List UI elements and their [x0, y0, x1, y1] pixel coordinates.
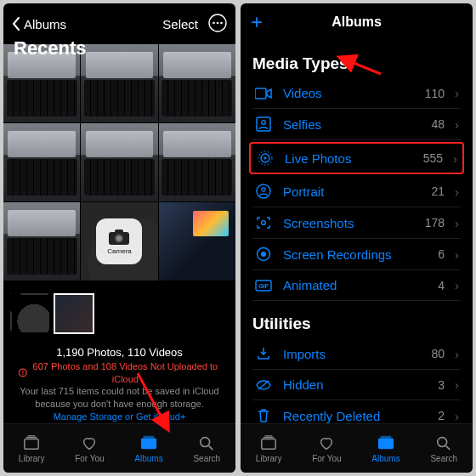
svg-point-20 — [264, 156, 266, 159]
svg-rect-30 — [381, 435, 392, 438]
portrait-icon — [254, 184, 273, 199]
chevron-left-icon — [12, 17, 20, 31]
row-selfies[interactable]: Selfies 48 › — [252, 109, 461, 140]
icloud-warning: 607 Photos and 108 Videos Not Uploaded t… — [3, 360, 235, 423]
alert-icon — [19, 368, 27, 377]
library-icon — [259, 434, 278, 451]
svg-rect-28 — [262, 439, 275, 449]
back-button[interactable]: Albums — [12, 17, 66, 31]
chevron-right-icon: › — [455, 409, 459, 423]
albums-list[interactable]: Media Types Videos 110 › Selfies 48 › Li… — [241, 41, 473, 423]
chevron-right-icon: › — [455, 278, 459, 292]
scrubber-thumb-selected[interactable] — [54, 293, 94, 334]
row-imports[interactable]: Imports 80 › — [252, 338, 461, 370]
row-hidden[interactable]: Hidden 3 › — [252, 370, 461, 400]
more-button[interactable] — [208, 14, 227, 35]
svg-rect-12 — [141, 438, 156, 449]
svg-rect-13 — [144, 435, 155, 438]
add-album-button[interactable]: + — [251, 12, 263, 32]
chevron-right-icon: › — [455, 247, 459, 262]
photo-thumb[interactable] — [159, 202, 235, 280]
scrubber-thumb[interactable] — [10, 293, 51, 334]
foryou-icon — [317, 434, 336, 451]
row-videos[interactable]: Videos 110 › — [252, 78, 461, 109]
photo-grid[interactable]: Camera — [3, 44, 235, 290]
svg-point-17 — [262, 121, 266, 125]
tab-search[interactable]: Search — [193, 434, 220, 463]
library-stats: 1,190 Photos, 110 Videos — [3, 341, 235, 360]
scrubber[interactable] — [3, 290, 235, 341]
tab-bar: Library For You Albums Search — [3, 423, 235, 473]
tab-library[interactable]: Library — [19, 434, 45, 463]
section-header-media: Media Types — [252, 54, 461, 73]
chevron-right-icon: › — [455, 86, 459, 100]
screen-recents: Albums Select Recents Camera 1,190 Photo… — [3, 3, 235, 473]
tab-albums[interactable]: Albums — [134, 434, 162, 463]
tab-search[interactable]: Search — [430, 434, 457, 463]
row-screen-recordings[interactable]: Screen Recordings 6 › — [252, 239, 461, 270]
manage-storage-link[interactable]: Manage Storage or Get iCloud+ — [54, 411, 186, 422]
photo-thumb[interactable] — [159, 123, 235, 201]
imports-icon — [254, 346, 273, 361]
nav-title: Albums — [332, 14, 382, 30]
chevron-right-icon: › — [455, 347, 459, 361]
screen-albums: + Albums Media Types Videos 110 › Selfie… — [241, 3, 473, 473]
svg-rect-9 — [22, 371, 23, 373]
photo-thumb[interactable] — [159, 44, 235, 122]
screenshot-icon — [254, 215, 273, 230]
photo-thumb[interactable] — [3, 123, 80, 201]
album-title: Recents — [14, 37, 87, 60]
selfie-icon — [254, 116, 273, 132]
photo-thumb[interactable] — [81, 123, 157, 201]
row-portrait[interactable]: Portrait 21 › — [252, 176, 461, 207]
albums-icon — [377, 434, 395, 451]
tab-foryou[interactable]: For You — [312, 434, 341, 463]
chevron-right-icon: › — [455, 216, 459, 230]
svg-point-25 — [261, 252, 266, 257]
nav-bar: + Albums — [241, 3, 473, 41]
svg-rect-5 — [115, 230, 123, 234]
select-button[interactable]: Select — [162, 17, 198, 31]
svg-rect-29 — [378, 438, 394, 449]
svg-rect-11 — [25, 439, 38, 449]
photo-thumb-camera-app[interactable]: Camera — [81, 202, 157, 280]
svg-point-14 — [201, 437, 210, 446]
back-label: Albums — [24, 17, 66, 31]
livephoto-icon — [256, 150, 275, 167]
tab-albums[interactable]: Albums — [371, 434, 400, 463]
ellipsis-icon — [208, 14, 227, 32]
tab-foryou[interactable]: For You — [75, 434, 104, 463]
library-icon — [22, 434, 41, 451]
row-recently-deleted[interactable]: Recently Deleted 2 › — [252, 400, 461, 423]
tab-library[interactable]: Library — [256, 434, 282, 463]
svg-point-2 — [217, 21, 219, 24]
animated-icon: GIF — [254, 280, 273, 292]
search-icon — [434, 434, 453, 451]
photo-thumb[interactable] — [81, 44, 157, 122]
video-icon — [254, 88, 273, 99]
row-screenshots[interactable]: Screenshots 178 › — [252, 207, 461, 239]
svg-rect-10 — [22, 374, 23, 375]
albums-icon — [139, 434, 158, 451]
chevron-right-icon: › — [455, 184, 459, 199]
svg-point-3 — [220, 21, 223, 24]
svg-rect-15 — [255, 88, 266, 99]
camera-app-icon: Camera — [96, 218, 142, 264]
svg-point-22 — [262, 188, 265, 191]
section-header-utilities: Utilities — [252, 314, 461, 333]
svg-point-1 — [212, 21, 215, 24]
screenrec-icon — [254, 246, 273, 262]
photo-thumb[interactable] — [3, 202, 80, 280]
svg-point-7 — [116, 235, 122, 241]
svg-text:GIF: GIF — [258, 283, 269, 289]
svg-point-23 — [262, 221, 266, 225]
chevron-right-icon: › — [455, 117, 459, 132]
chevron-right-icon: › — [453, 151, 457, 166]
search-icon — [197, 434, 216, 451]
row-live-photos[interactable]: Live Photos 555 › — [249, 142, 464, 174]
svg-point-31 — [438, 437, 447, 446]
hidden-icon — [254, 379, 273, 391]
tab-bar: Library For You Albums Search — [241, 423, 473, 473]
chevron-right-icon: › — [455, 377, 459, 392]
row-animated[interactable]: GIF Animated 4 › — [252, 270, 461, 301]
